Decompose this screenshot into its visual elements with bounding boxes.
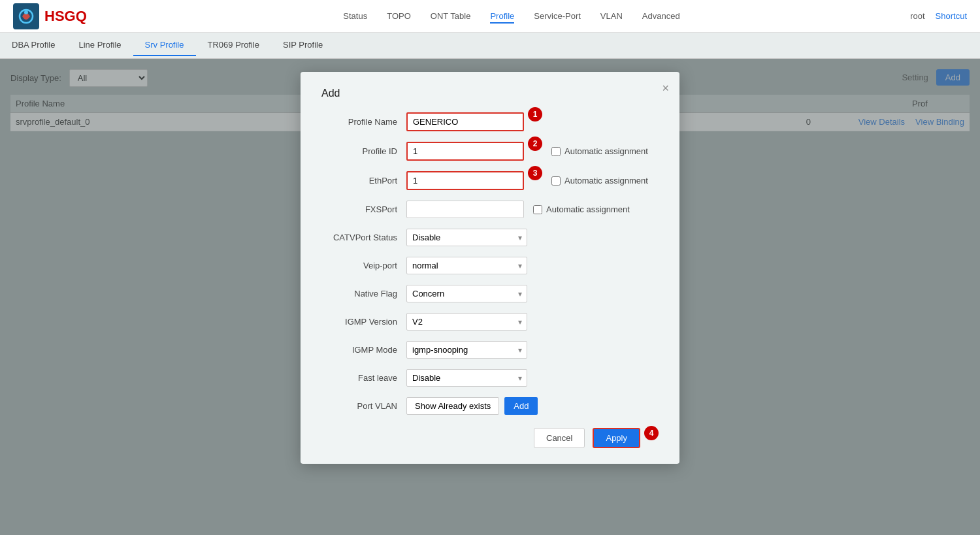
label-catv-port: CATVPort Status bbox=[321, 233, 406, 242]
select-veip-port[interactable]: normal advanced bbox=[406, 257, 527, 274]
label-fast-leave: Fast leave bbox=[321, 373, 406, 383]
nav-status[interactable]: Status bbox=[343, 8, 367, 24]
nav-service-port[interactable]: Service-Port bbox=[534, 8, 581, 24]
select-catv-port[interactable]: Disable Enable bbox=[406, 229, 527, 246]
add-vlan-button[interactable]: Add bbox=[504, 397, 538, 415]
svg-point-2 bbox=[24, 10, 28, 14]
form-row-veip-port: Veip-port normal advanced bbox=[321, 257, 659, 274]
label-igmp-version: IGMP Version bbox=[321, 317, 406, 327]
label-veip-port: Veip-port bbox=[321, 261, 406, 270]
dialog-title: Add bbox=[321, 88, 659, 99]
dialog-overlay: Add × Profile Name 1 Profile ID 2 bbox=[0, 59, 980, 535]
step-badge-1: 1 bbox=[528, 107, 542, 122]
step-badge-3: 3 bbox=[528, 166, 542, 180]
dialog-footer: Cancel Apply 4 bbox=[321, 428, 659, 448]
form-row-fxs-port: FXSPort Automatic assignment bbox=[321, 201, 659, 218]
auto-assign-fxs-port[interactable]: Automatic assignment bbox=[533, 204, 630, 214]
label-profile-name: Profile Name bbox=[321, 117, 406, 127]
step-badge-4: 4 bbox=[644, 426, 659, 440]
input-profile-name[interactable] bbox=[406, 112, 524, 131]
form-row-native-flag: Native Flag Concern Ignore bbox=[321, 285, 659, 302]
input-fxs-port[interactable] bbox=[406, 201, 524, 218]
logo-icon bbox=[13, 3, 39, 29]
form-row-igmp-mode: IGMP Mode igmp-snooping igmp-proxy bbox=[321, 341, 659, 359]
label-native-flag: Native Flag bbox=[321, 289, 406, 299]
input-eth-port[interactable] bbox=[406, 171, 524, 190]
input-profile-id[interactable] bbox=[406, 142, 524, 161]
label-fxs-port: FXSPort bbox=[321, 204, 406, 214]
nav-ont-table[interactable]: ONT Table bbox=[431, 8, 471, 24]
main-content: ForoISP Display Type: All Setting Add Pr… bbox=[0, 59, 980, 535]
auto-assign-profile-id[interactable]: Automatic assignment bbox=[551, 146, 648, 156]
nav-vlan[interactable]: VLAN bbox=[600, 8, 623, 24]
nav-profile[interactable]: Profile bbox=[490, 8, 514, 24]
dialog-close-button[interactable]: × bbox=[662, 82, 669, 94]
nav-links: Status TOPO ONT Table Profile Service-Po… bbox=[113, 8, 910, 24]
nav-topo[interactable]: TOPO bbox=[387, 8, 411, 24]
form-row-profile-name: Profile Name 1 bbox=[321, 112, 659, 131]
add-dialog: Add × Profile Name 1 Profile ID 2 bbox=[301, 72, 679, 464]
form-row-igmp-version: IGMP Version V2 V1 V3 bbox=[321, 313, 659, 331]
label-port-vlan: Port VLAN bbox=[321, 401, 406, 411]
form-row-catv-port: CATVPort Status Disable Enable bbox=[321, 229, 659, 246]
cancel-button[interactable]: Cancel bbox=[534, 428, 585, 448]
tab-srv-profile[interactable]: Srv Profile bbox=[133, 35, 196, 56]
select-fast-leave[interactable]: Disable Enable bbox=[406, 369, 527, 387]
logo-text: HSGQ bbox=[44, 8, 87, 25]
select-wrapper-igmp-version: V2 V1 V3 bbox=[406, 313, 527, 331]
label-profile-id: Profile ID bbox=[321, 146, 406, 156]
select-igmp-mode[interactable]: igmp-snooping igmp-proxy bbox=[406, 341, 527, 359]
tab-dba-profile[interactable]: DBA Profile bbox=[0, 35, 67, 56]
select-wrapper-catv: Disable Enable bbox=[406, 229, 527, 246]
step-badge-2: 2 bbox=[528, 137, 542, 151]
tab-sip-profile[interactable]: SIP Profile bbox=[271, 35, 335, 56]
nav-right: root Shortcut bbox=[910, 11, 967, 21]
select-igmp-version[interactable]: V2 V1 V3 bbox=[406, 313, 527, 331]
nav-shortcut[interactable]: Shortcut bbox=[936, 11, 967, 21]
auto-assign-profile-id-checkbox[interactable] bbox=[551, 147, 561, 156]
form-row-profile-id: Profile ID 2 Automatic assignment bbox=[321, 142, 659, 161]
nav-root[interactable]: root bbox=[910, 11, 924, 21]
label-eth-port: EthPort bbox=[321, 176, 406, 186]
top-nav: HSGQ Status TOPO ONT Table Profile Servi… bbox=[0, 0, 980, 33]
form-row-port-vlan: Port VLAN Show Already exists Add bbox=[321, 397, 659, 415]
label-igmp-mode: IGMP Mode bbox=[321, 345, 406, 355]
apply-button[interactable]: Apply bbox=[593, 428, 640, 448]
auto-assign-eth-port[interactable]: Automatic assignment bbox=[551, 176, 648, 186]
select-wrapper-igmp-mode: igmp-snooping igmp-proxy bbox=[406, 341, 527, 359]
show-already-exists-button[interactable]: Show Already exists bbox=[406, 397, 499, 415]
sub-tabs: DBA Profile Line Profile Srv Profile TR0… bbox=[0, 33, 980, 59]
form-row-fast-leave: Fast leave Disable Enable bbox=[321, 369, 659, 387]
port-vlan-buttons: Show Already exists Add bbox=[406, 397, 538, 415]
tab-tr069-profile[interactable]: TR069 Profile bbox=[196, 35, 271, 56]
logo-area: HSGQ bbox=[13, 3, 87, 29]
select-native-flag[interactable]: Concern Ignore bbox=[406, 285, 527, 302]
form-row-eth-port: EthPort 3 Automatic assignment bbox=[321, 171, 659, 190]
nav-advanced[interactable]: Advanced bbox=[642, 8, 680, 24]
auto-assign-eth-port-checkbox[interactable] bbox=[551, 176, 561, 186]
select-wrapper-fast-leave: Disable Enable bbox=[406, 369, 527, 387]
tab-line-profile[interactable]: Line Profile bbox=[67, 35, 133, 56]
select-wrapper-native: Concern Ignore bbox=[406, 285, 527, 302]
auto-assign-fxs-port-checkbox[interactable] bbox=[533, 205, 542, 214]
select-wrapper-veip: normal advanced bbox=[406, 257, 527, 274]
